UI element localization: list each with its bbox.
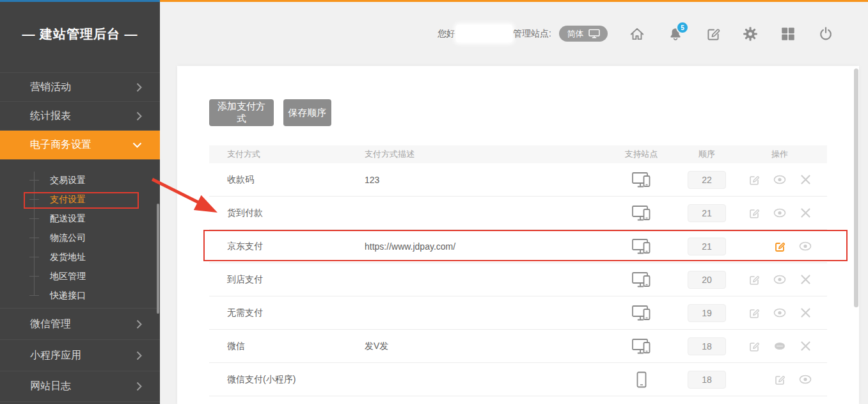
col-description: 支付方式描述 <box>365 149 601 160</box>
table-row: 无需支付 19 <box>209 296 827 330</box>
edit-icon[interactable] <box>741 273 767 286</box>
sidebar-item-sitelog[interactable]: 网站日志 <box>0 371 160 402</box>
close-icon[interactable] <box>793 207 818 220</box>
sidebar-item-label: 电子商务设置 <box>30 138 91 152</box>
topbar-blue-strip <box>0 0 160 2</box>
greeting: 您好 管理站点: <box>438 25 551 42</box>
power-logout-icon[interactable] <box>817 25 835 43</box>
col-sites: 支持站点 <box>601 149 681 160</box>
close-icon[interactable] <box>793 340 818 353</box>
order-input[interactable]: 18 <box>688 337 726 355</box>
edit-icon[interactable] <box>741 340 767 353</box>
sidebar-item-ecommerce[interactable]: 电子商务设置 <box>0 131 160 159</box>
ops-cell <box>732 174 827 186</box>
order-input[interactable]: 21 <box>688 204 726 222</box>
table-row <box>209 396 827 404</box>
order-input[interactable]: 20 <box>688 271 726 289</box>
home-icon[interactable] <box>628 25 646 43</box>
table-row: 微信 发V发 18 <box>209 330 827 363</box>
ops-cell <box>732 373 827 386</box>
payment-desc: https://www.jdpay.com/ <box>365 241 601 252</box>
sidebar-subitem-payment[interactable]: 支付设置 <box>0 190 160 209</box>
desktop-mobile-icon <box>632 338 651 355</box>
payment-name: 收款码 <box>209 174 365 186</box>
chevron-right-icon <box>136 111 142 121</box>
table-row: 京东支付 https://www.jdpay.com/ 21 <box>209 230 827 263</box>
col-actions: 操作 <box>732 149 827 160</box>
edit-icon[interactable] <box>767 240 793 253</box>
greeting-prefix: 您好 <box>438 28 455 40</box>
payment-name: 微信 <box>209 341 365 352</box>
eye-icon[interactable] <box>767 207 793 220</box>
sidebar-scrollbar[interactable] <box>157 204 159 314</box>
edit-icon[interactable] <box>704 25 722 43</box>
admin-page: — 建站管理后台 — 营销活动 统计报表 电子商务设置 交易设置 支付设置 配送… <box>0 0 868 404</box>
language-switch-button[interactable]: 简体 <box>559 26 608 42</box>
sidebar-item-wechat[interactable]: 微信管理 <box>0 308 160 339</box>
edit-icon[interactable] <box>741 307 767 319</box>
app-title: — 建站管理后台 — <box>0 26 160 43</box>
desktop-mobile-icon <box>632 205 651 222</box>
close-icon[interactable] <box>793 174 818 186</box>
eye-icon[interactable] <box>767 273 793 286</box>
apps-grid-icon[interactable] <box>779 25 797 43</box>
eye-icon[interactable] <box>767 307 793 319</box>
sidebar-subitem-ship-address[interactable]: 发货地址 <box>0 247 160 266</box>
notifications-bell-icon[interactable]: 5 <box>667 25 684 43</box>
order-input[interactable]: 22 <box>688 171 726 189</box>
eye-icon[interactable] <box>793 373 818 386</box>
sidebar: — 建站管理后台 — 营销活动 统计报表 电子商务设置 交易设置 支付设置 配送… <box>0 0 160 404</box>
device-cell <box>601 238 681 255</box>
language-label: 简体 <box>567 28 584 40</box>
notification-badge: 5 <box>676 21 689 34</box>
chevron-right-icon <box>136 382 142 391</box>
edit-icon[interactable] <box>741 174 767 186</box>
order-input[interactable]: 19 <box>688 304 726 322</box>
edit-icon[interactable] <box>767 373 793 386</box>
add-payment-button[interactable]: 添加支付方式 <box>209 99 274 126</box>
sidebar-item-reports[interactable]: 统计报表 <box>0 102 160 131</box>
sidebar-item-label: 统计报表 <box>30 109 71 123</box>
sidebar-item-marketing[interactable]: 营销活动 <box>0 73 160 102</box>
close-icon[interactable] <box>793 273 818 286</box>
table-row: 微信支付(小程序) 18 <box>209 363 827 396</box>
eye-icon[interactable] <box>793 240 818 253</box>
sidebar-subitem-logistics[interactable]: 物流公司 <box>0 228 160 247</box>
ops-cell <box>732 207 827 220</box>
desktop-mobile-icon <box>632 238 651 255</box>
payment-name: 到店支付 <box>209 274 365 286</box>
subitem-label: 地区管理 <box>50 271 86 281</box>
sidebar-subitem-trade[interactable]: 交易设置 <box>0 170 160 190</box>
sidebar-subitem-express[interactable]: 快递接口 <box>0 286 160 305</box>
desktop-mobile-icon <box>632 271 651 288</box>
sidebar-subitem-delivery[interactable]: 配送设置 <box>0 209 160 228</box>
monitor-icon <box>588 29 600 38</box>
sidebar-item-miniprogram[interactable]: 小程序应用 <box>0 339 160 371</box>
device-cell <box>601 172 681 188</box>
close-icon[interactable] <box>793 307 818 319</box>
payment-name: 无需支付 <box>209 307 365 319</box>
desktop-mobile-icon <box>632 305 651 321</box>
save-order-button[interactable]: 保存顺序 <box>283 99 331 126</box>
redacted-username <box>456 25 512 42</box>
order-input[interactable]: 21 <box>688 238 726 255</box>
ops-cell <box>732 340 827 353</box>
table-row: 货到付款 21 <box>209 197 827 230</box>
payment-desc: 发V发 <box>365 341 601 352</box>
settings-gear-icon[interactable] <box>741 25 759 43</box>
order-input[interactable]: 18 <box>688 371 726 389</box>
content-card: 添加支付方式 保存顺序 支付方式 支付方式描述 支持站点 顺序 操作 收款码 1… <box>177 66 859 404</box>
edit-icon[interactable] <box>741 207 767 220</box>
chevron-right-icon <box>136 351 142 360</box>
eye-closed-icon[interactable] <box>767 340 793 353</box>
payment-name: 微信支付(小程序) <box>209 374 365 385</box>
eye-icon[interactable] <box>767 174 793 186</box>
table-row: 到店支付 20 <box>209 263 827 296</box>
payment-name: 京东支付 <box>209 241 365 252</box>
sidebar-subitem-region[interactable]: 地区管理 <box>0 266 160 286</box>
content-scrollbar[interactable] <box>854 69 858 307</box>
device-cell <box>601 338 681 355</box>
ops-cell <box>732 273 827 286</box>
device-cell <box>601 371 681 388</box>
chevron-right-icon <box>136 83 142 92</box>
